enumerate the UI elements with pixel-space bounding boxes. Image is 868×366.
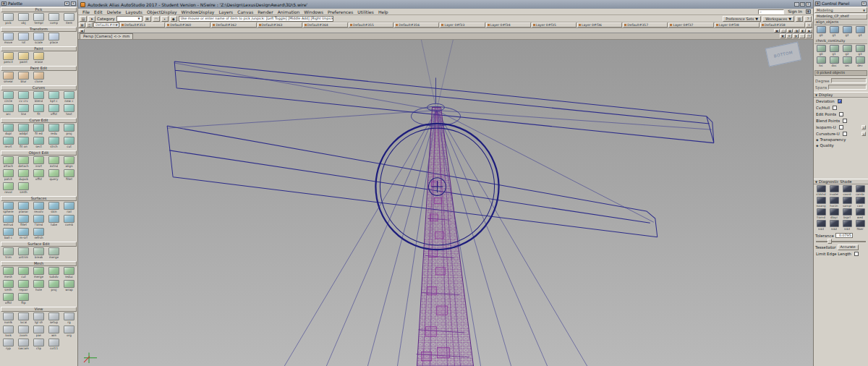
viewport-shade-icon[interactable]: ◑ <box>793 34 799 38</box>
palette-tool[interactable]: sect <box>31 137 46 150</box>
workspaces-dropdown[interactable]: Workspaces▼ <box>762 16 794 22</box>
palette-tool[interactable]: rail <box>61 202 77 215</box>
shelf-tool[interactable]: g2 <box>841 45 854 56</box>
palette-tool[interactable]: ball c <box>1 228 16 241</box>
scroll-left-icon[interactable]: ◀ <box>79 29 85 33</box>
palette-section-curves[interactable]: Curves <box>1 85 77 90</box>
stage-icon-5[interactable]: ◧ <box>800 29 806 33</box>
check-continuity-header[interactable]: check_continuity <box>814 39 867 44</box>
palette-tool[interactable]: fillet <box>61 169 77 182</box>
shelf-tool[interactable]: sec <box>841 56 854 68</box>
palette-tool[interactable]: blur <box>16 72 31 85</box>
palette-tool[interactable]: mesh <box>1 267 16 280</box>
shelf-tool[interactable]: dev <box>854 56 867 68</box>
control-panel-titlebar[interactable]: ▦ Control Panel ✕ <box>814 0 868 7</box>
slider-thumb[interactable] <box>827 239 832 244</box>
palette-tool[interactable]: align <box>61 156 77 169</box>
palette-tool[interactable]: item <box>61 13 77 26</box>
menu-item[interactable]: Delete <box>105 9 124 14</box>
viewport-maximize-icon[interactable]: ❐ <box>806 34 812 38</box>
palette-tool[interactable]: tube <box>46 215 61 228</box>
palette-tool[interactable]: subdv <box>46 267 61 280</box>
palette-tool[interactable]: tgl sh <box>31 312 46 325</box>
palette-tool[interactable]: blend <box>31 91 46 104</box>
palette-tool[interactable]: fit on <box>16 137 31 150</box>
palette-tool[interactable]: offst <box>1 293 16 306</box>
category-dropdown[interactable]: ▼ <box>116 16 142 22</box>
palette-tool[interactable]: sphere <box>1 202 16 215</box>
edit-points-checkbox[interactable] <box>839 112 843 116</box>
diagnostic-shade-header[interactable]: ▼ Diagnostic Shade <box>814 179 868 184</box>
palette-section-object-edit[interactable]: Object Edit <box>1 150 77 156</box>
palette-tool[interactable]: pick <box>1 13 16 26</box>
mode-dropdown[interactable]: Modeling▼ <box>814 7 867 13</box>
stage-icon-3[interactable]: ▦ <box>787 29 793 33</box>
palette-tool[interactable]: col11 <box>46 339 61 352</box>
palette-tool[interactable]: planar <box>16 202 31 215</box>
palette-tool[interactable]: pan <box>31 325 46 339</box>
palette-tool[interactable]: attach <box>1 156 16 169</box>
diagnostic-shade-tool[interactable]: mb2 <box>827 220 841 231</box>
palette-tool[interactable]: dupob <box>16 169 31 182</box>
display-section-header[interactable]: ▼ Display <box>814 92 868 98</box>
palette-tool[interactable]: setup <box>46 312 61 325</box>
snap-curve-icon[interactable]: ◠ <box>153 16 160 22</box>
palette-tool[interactable]: repair <box>16 280 31 293</box>
palette-tool[interactable]: proj <box>46 280 61 293</box>
viewport-grid-icon[interactable]: ⊞ <box>786 34 792 38</box>
magnet-icon[interactable]: ◆ <box>170 16 177 22</box>
layer-tab[interactable]: Default#364 <box>303 22 348 27</box>
palette-tool[interactable]: text <box>61 104 77 117</box>
stage-icon-2[interactable]: ▢ <box>780 29 786 33</box>
palette-tool[interactable]: extnd <box>46 156 61 169</box>
palette-tool[interactable]: swcam <box>16 339 31 352</box>
history-icon[interactable]: ▤ <box>80 16 87 22</box>
control-panel-menu-icon[interactable]: ▦ <box>815 1 820 6</box>
shelf-tool[interactable]: doc <box>827 56 841 68</box>
palette-tool[interactable]: fil ed <box>31 124 46 137</box>
spans-input[interactable] <box>828 85 867 90</box>
palette-tool[interactable]: addpt <box>16 124 31 137</box>
diagnostic-shade-tool[interactable]: coord <box>841 185 854 197</box>
layer-tab[interactable]: Default#355 <box>349 22 393 27</box>
menu-item[interactable]: Layers <box>216 9 235 14</box>
palette-tool[interactable]: f blnd <box>31 215 46 228</box>
palette-tool[interactable]: refrsh <box>31 228 46 241</box>
shelf-tool[interactable]: g0 <box>814 26 827 38</box>
quality-row[interactable]: ◆ Quality <box>814 142 868 148</box>
palette-tool[interactable]: move <box>1 33 16 46</box>
tolerance-slider[interactable] <box>816 239 866 244</box>
menu-item[interactable]: ObjectDisplay <box>145 9 179 14</box>
palette-tool[interactable]: paint <box>16 52 31 65</box>
palette-tool[interactable]: arc <box>1 104 16 117</box>
diagnostic-shade-tool[interactable]: stdshd <box>814 185 827 197</box>
layer-tab[interactable]: Default#360 <box>166 22 210 27</box>
palette-tool[interactable]: rot <box>16 33 31 46</box>
diagnostic-shade-tool[interactable]: model <box>827 185 841 197</box>
perspective-viewport[interactable]: BOTTOM Persp [Camera] <-> mm ▣ ⊞ ◑ — ❐ <box>78 33 813 366</box>
layer-tab[interactable]: Default#363 <box>258 22 302 27</box>
menu-item[interactable]: Layouts <box>123 9 145 14</box>
diagnostic-shade-tool[interactable]: wed <box>854 208 867 220</box>
palette-section-transform[interactable]: Transform <box>1 27 77 32</box>
layer-menu-icon[interactable]: ▤ <box>79 22 85 27</box>
shelf-tool[interactable]: g1 <box>827 26 841 38</box>
shelf-tool[interactable]: g3 <box>854 45 867 56</box>
diagnostic-shade-tool[interactable]: mb3 <box>841 220 854 231</box>
palette-tool[interactable]: smear <box>1 72 16 85</box>
layout-icon[interactable]: ▥ <box>796 16 803 22</box>
layer-tab[interactable]: Default#356 <box>394 22 439 27</box>
layer-tab[interactable]: Default#353 <box>120 22 165 27</box>
palette-tool[interactable]: untrim <box>16 247 31 260</box>
degree-input[interactable] <box>831 78 867 83</box>
menu-item[interactable]: Windows <box>302 9 326 14</box>
minimize-button[interactable]: — <box>794 2 799 7</box>
palette-tool[interactable]: scale <box>31 33 46 46</box>
shelf-tool[interactable]: g2 <box>841 26 854 38</box>
palette-tool[interactable]: ryp <box>1 339 16 352</box>
palette-tool[interactable]: revolv <box>31 202 46 215</box>
palette-section-paint-edit[interactable]: Paint Edit <box>1 66 77 71</box>
shelf-tool[interactable]: loc <box>814 56 827 68</box>
layer-tab[interactable]: Layer 0#f35 <box>532 22 576 27</box>
palette-section-pick[interactable]: Pick <box>1 7 77 12</box>
